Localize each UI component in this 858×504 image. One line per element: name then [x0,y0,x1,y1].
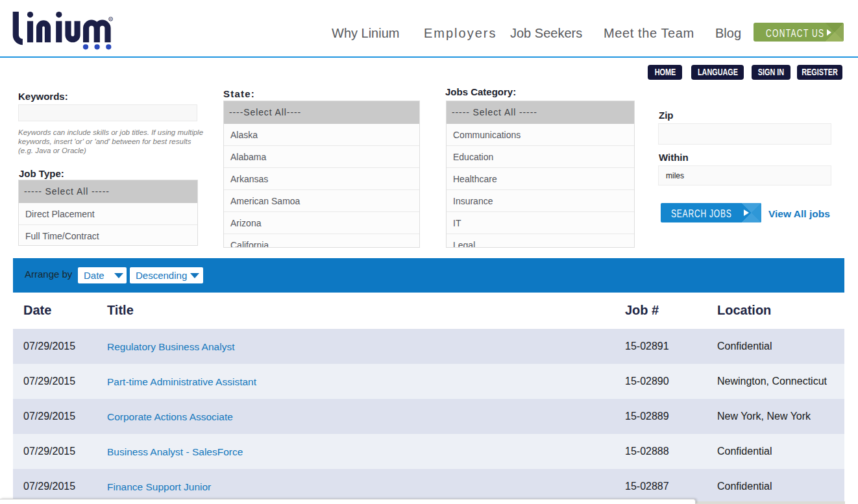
svg-text:R: R [110,18,112,21]
